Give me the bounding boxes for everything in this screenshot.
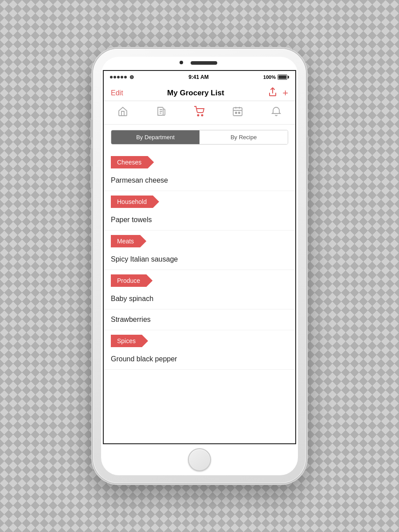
bell-icon bbox=[271, 106, 281, 119]
phone-top-bar bbox=[101, 57, 298, 70]
phone-inner: ⊜ 9:41 AM 100% Edit My Grocery List bbox=[101, 57, 298, 475]
status-bar: ⊜ 9:41 AM 100% bbox=[104, 71, 295, 83]
home-icon bbox=[117, 106, 128, 119]
category-section: Produce bbox=[104, 274, 295, 287]
status-left: ⊜ bbox=[110, 74, 134, 80]
list-item[interactable]: Ground black pepper bbox=[104, 349, 295, 370]
category-banner[interactable]: Produce bbox=[111, 274, 153, 287]
category-banner[interactable]: Meats bbox=[111, 235, 146, 247]
category-banner[interactable]: Spices bbox=[111, 335, 148, 347]
svg-point-1 bbox=[201, 115, 203, 116]
phone-outer: ⊜ 9:41 AM 100% Edit My Grocery List bbox=[93, 49, 306, 483]
svg-rect-4 bbox=[239, 112, 240, 113]
phone-speaker bbox=[191, 61, 217, 65]
segment-control: By Department By Recipe bbox=[111, 130, 288, 145]
segment-by-department[interactable]: By Department bbox=[111, 130, 200, 144]
category-section: Spices bbox=[104, 335, 295, 347]
nav-actions: + bbox=[268, 87, 288, 99]
signal-dot-1 bbox=[110, 76, 113, 78]
status-right: 100% bbox=[263, 74, 289, 80]
signal-dots bbox=[110, 76, 127, 78]
edit-button[interactable]: Edit bbox=[111, 89, 123, 97]
signal-dot-2 bbox=[113, 76, 116, 78]
page-title: My Grocery List bbox=[167, 89, 224, 98]
svg-point-0 bbox=[197, 115, 199, 116]
tab-cart[interactable] bbox=[190, 105, 209, 121]
tab-book[interactable] bbox=[152, 105, 171, 121]
battery-fill bbox=[278, 75, 286, 79]
wifi-icon: ⊜ bbox=[129, 74, 134, 80]
share-button[interactable] bbox=[268, 87, 277, 99]
segment-by-recipe[interactable]: By Recipe bbox=[200, 130, 288, 144]
calendar-icon bbox=[232, 106, 243, 119]
book-icon bbox=[156, 106, 167, 119]
add-button[interactable]: + bbox=[282, 87, 288, 99]
home-button[interactable] bbox=[188, 448, 211, 471]
list-item[interactable]: Strawberries bbox=[104, 309, 295, 330]
list-area: CheesesParmesan cheeseHouseholdPaper tow… bbox=[104, 148, 295, 443]
cart-icon bbox=[194, 106, 205, 119]
tab-bell[interactable] bbox=[266, 105, 286, 121]
svg-rect-2 bbox=[233, 108, 242, 116]
list-item[interactable]: Baby spinach bbox=[104, 289, 295, 309]
front-camera bbox=[180, 61, 183, 64]
list-item[interactable]: Paper towels bbox=[104, 210, 295, 231]
battery-icon bbox=[278, 74, 289, 80]
category-section: Meats bbox=[104, 235, 295, 247]
tab-calendar[interactable] bbox=[228, 105, 247, 121]
category-banner[interactable]: Cheeses bbox=[111, 156, 154, 168]
category-section: Household bbox=[104, 196, 295, 208]
home-button-area bbox=[101, 444, 298, 475]
signal-dot-5 bbox=[124, 76, 127, 78]
signal-dot-3 bbox=[117, 76, 120, 78]
list-item[interactable]: Parmesan cheese bbox=[104, 170, 295, 191]
svg-rect-3 bbox=[235, 112, 237, 113]
status-time: 9:41 AM bbox=[188, 74, 209, 80]
battery-body bbox=[278, 74, 287, 80]
battery-tip bbox=[288, 76, 289, 78]
tab-bar bbox=[104, 101, 295, 125]
nav-bar: Edit My Grocery List + bbox=[104, 83, 295, 101]
list-item[interactable]: Spicy Italian sausage bbox=[104, 249, 295, 270]
category-banner[interactable]: Household bbox=[111, 196, 159, 208]
battery-percent: 100% bbox=[263, 74, 276, 80]
tab-home[interactable] bbox=[113, 105, 133, 121]
category-section: Cheeses bbox=[104, 156, 295, 168]
signal-dot-4 bbox=[121, 76, 123, 78]
screen: ⊜ 9:41 AM 100% Edit My Grocery List bbox=[103, 70, 296, 444]
